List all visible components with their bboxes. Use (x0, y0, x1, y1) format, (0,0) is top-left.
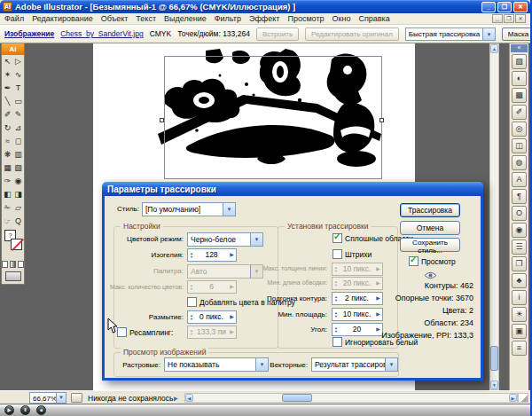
slider-arrow-icon[interactable]: ▶ (374, 293, 382, 304)
lasso-tool[interactable]: ∿ (13, 68, 24, 82)
horizontal-scroll-thumb[interactable] (282, 394, 312, 402)
slider-arrow-icon[interactable]: ▶ (228, 249, 236, 261)
path-fitting-spinner[interactable]: ▲▼ 2 пикс. ▶ (332, 292, 383, 305)
scroll-left-icon[interactable]: ◀ (185, 394, 193, 402)
graph-tool[interactable]: ▥ (13, 148, 24, 161)
vector-dropdown[interactable]: Результат трассировки ▼ (311, 357, 398, 372)
mask-button[interactable]: Маска (502, 27, 532, 41)
scroll-up-icon[interactable]: ▲ (490, 44, 498, 53)
resize-grip[interactable] (518, 393, 528, 403)
paintbrush-tool[interactable]: ✐ (3, 108, 13, 122)
stroke-swatch[interactable] (11, 239, 22, 250)
threshold-spinner[interactable]: ▲▼ 128 ▶ (187, 248, 237, 262)
vertical-scroll-thumb[interactable] (490, 346, 498, 371)
corner-angle-spinner[interactable]: ▲▼ 20 ▶ (332, 323, 383, 336)
zoom-level-dropdown[interactable]: 66,67% ▼ (29, 392, 66, 404)
menu-effect[interactable]: Эффект (249, 14, 279, 23)
status-flyout-icon[interactable]: ▶ (174, 395, 178, 401)
doc-restore-button[interactable]: ❐ (504, 14, 514, 23)
menu-window[interactable]: Окно (332, 14, 351, 23)
menu-view[interactable]: Просмотр (287, 14, 324, 23)
style-dropdown[interactable]: [По умолчанию] ▼ (142, 202, 236, 216)
horizontal-scroll-track[interactable] (193, 394, 509, 402)
rotate-tool[interactable]: ↻ (3, 122, 13, 135)
vertical-scrollbar[interactable]: ▲ ▼ (489, 43, 499, 390)
slider-arrow-icon[interactable]: ▶ (374, 309, 382, 320)
dock-collapse-icon[interactable]: « (511, 44, 528, 52)
color-mode-icon[interactable] (2, 261, 8, 268)
symbol-sprayer-tool[interactable]: ❋ (3, 148, 13, 161)
quick-trace-dropdown[interactable]: Быстрая трассировка ▼ (405, 27, 496, 41)
spinner-arrows-icon[interactable]: ▲▼ (332, 324, 340, 335)
type-tool[interactable]: T (13, 82, 24, 95)
none-mode-icon[interactable] (18, 261, 24, 268)
transparency-panel-icon[interactable]: ◫ (512, 138, 527, 153)
object-type-label[interactable]: Изображение (4, 29, 54, 38)
save-style-button[interactable]: Сохранить стиль... (400, 238, 460, 252)
opentype-panel-icon[interactable]: O (512, 206, 527, 221)
dropdown-arrow-icon[interactable]: ▼ (385, 358, 397, 371)
scroll-down-icon[interactable]: ▼ (490, 381, 498, 389)
doc-close-button[interactable]: ✕ (515, 14, 526, 23)
blend-tool[interactable]: ◉ (13, 175, 24, 188)
actions-panel-icon[interactable]: ☀ (512, 307, 527, 322)
paragraph-styles-panel-icon[interactable]: ≡ (512, 341, 527, 356)
menu-file[interactable]: Файл (4, 14, 24, 23)
spinner-arrows-icon[interactable]: ▲▼ (332, 309, 340, 320)
brushes-panel-icon[interactable]: ✐ (512, 105, 527, 120)
checkbox-box[interactable] (117, 327, 127, 337)
appearance-panel-icon[interactable]: ◉ (512, 223, 527, 238)
strokes-checkbox[interactable]: Штрихи (332, 249, 372, 259)
free-transform-tool[interactable]: ◻ (13, 135, 24, 148)
navigator-panel-icon[interactable]: ◍ (512, 155, 527, 170)
menu-edit[interactable]: Редактирование (32, 14, 93, 23)
raster-dropdown[interactable]: Не показывать ▼ (164, 357, 269, 372)
color-mode-dropdown[interactable]: Черно-белое ▼ (187, 232, 263, 247)
play-button[interactable]: ▶ (4, 405, 14, 415)
cancel-button[interactable]: Отмена (400, 221, 460, 235)
spinner-arrows-icon[interactable]: ▲▼ (188, 249, 195, 261)
links-panel-icon[interactable]: ▣ (512, 324, 527, 339)
zoom-tool[interactable]: Q (13, 215, 24, 228)
spinner-arrows-icon[interactable]: ▲▼ (332, 293, 340, 304)
eyedropper-tool[interactable]: ✑ (3, 175, 13, 188)
character-panel-icon[interactable]: A (512, 172, 527, 187)
warp-tool[interactable]: ≈ (3, 135, 13, 148)
blur-spinner[interactable]: ▲▼ 0 пикс. ▶ (187, 310, 237, 324)
mesh-tool[interactable]: ▦ (3, 161, 13, 175)
live-paint-selection-tool[interactable]: ◨ (13, 188, 24, 201)
toolbox-header[interactable]: Ai (2, 43, 24, 55)
selection-tool[interactable]: ↖ (3, 55, 13, 68)
trace-button[interactable]: Трассировка (400, 203, 460, 217)
paragraph-panel-icon[interactable]: ¶ (512, 189, 527, 204)
menu-type[interactable]: Текст (136, 14, 156, 23)
info-panel-icon[interactable]: i (512, 290, 527, 305)
menu-filter[interactable]: Фильтр (215, 14, 241, 23)
resample-checkbox[interactable]: Ресамплинг: (117, 327, 173, 337)
symbols-panel-icon[interactable]: ♣ (512, 273, 527, 288)
minimize-button[interactable]: _ (481, 2, 496, 12)
patterns-panel-icon[interactable]: ▩ (512, 88, 527, 103)
checkbox-box[interactable] (332, 337, 342, 347)
checkbox-box[interactable]: ✓ (332, 233, 342, 243)
pause-button[interactable]: Ⅱ (20, 405, 30, 415)
restore-button[interactable]: ❐ (497, 2, 512, 12)
dropdown-arrow-icon[interactable]: ▼ (56, 393, 66, 403)
embed-button[interactable]: Встроить (256, 27, 299, 41)
slice-tool[interactable]: ✁ (3, 201, 13, 215)
selection-handle-right[interactable] (379, 118, 384, 122)
menu-object[interactable]: Объект (101, 14, 129, 23)
pen-tool[interactable]: ✒ (3, 82, 13, 95)
checkbox-box[interactable]: ✓ (409, 256, 419, 266)
stop-button[interactable]: ■ (36, 405, 46, 415)
screen-mode-button[interactable] (5, 271, 21, 281)
dropdown-arrow-icon[interactable]: ▼ (223, 203, 235, 216)
filename-link[interactable]: Chess_by_SanderVit.jpg (60, 29, 143, 38)
menu-help[interactable]: Справка (358, 14, 389, 23)
doc-minimize-button[interactable]: _ (492, 14, 503, 23)
checkbox-box[interactable] (332, 249, 342, 259)
graphic-styles-panel-icon[interactable]: ◎ (512, 122, 527, 137)
horizontal-scrollbar[interactable]: ◀ ▶ (184, 393, 518, 403)
selection-handle-left[interactable] (160, 118, 164, 122)
gradient-tool[interactable]: ▧ (13, 161, 24, 175)
